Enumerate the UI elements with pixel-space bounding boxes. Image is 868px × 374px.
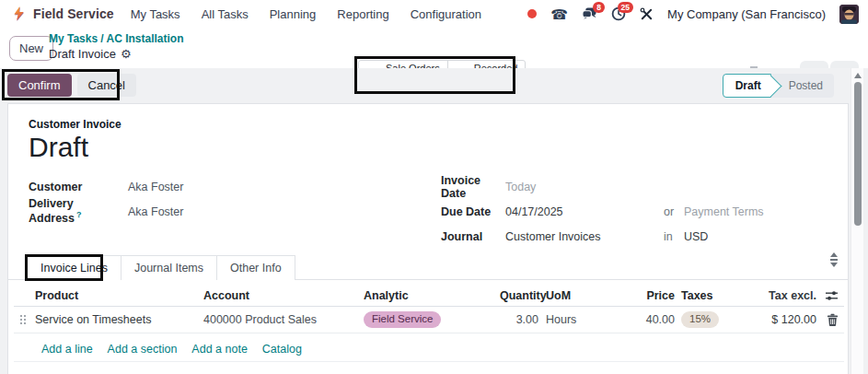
delete-row-trash-icon[interactable] (816, 313, 840, 326)
due-date-input[interactable]: 04/17/2025 (505, 205, 664, 218)
currency-input[interactable]: USD (684, 230, 708, 243)
invoice-date-label: Invoice Date (441, 174, 505, 200)
activities-badge: 25 (618, 2, 633, 13)
optional-columns-icon[interactable] (816, 289, 840, 302)
activities-clock-icon[interactable]: 25 (611, 6, 626, 21)
voip-phone-icon[interactable]: ☎ (550, 7, 568, 21)
journal-input[interactable]: Customer Invoices (505, 230, 664, 243)
recording-dot-icon (527, 9, 537, 18)
header-uom[interactable]: UoM (538, 289, 599, 302)
vertical-scrollbar[interactable] (851, 68, 863, 374)
tab-other-info[interactable]: Other Info (217, 255, 295, 280)
pane-resize-control[interactable] (829, 252, 839, 267)
company-switcher[interactable]: My Company (San Francisco) (667, 7, 826, 21)
tab-invoice-lines[interactable]: Invoice Lines (27, 255, 122, 280)
main-menu: My Tasks All Tasks Planning Reporting Co… (131, 7, 481, 21)
cell-price[interactable]: 40.00 (599, 313, 675, 326)
invoice-date-input[interactable]: Today (505, 181, 664, 193)
menu-configuration[interactable]: Configuration (411, 7, 481, 21)
invoice-date-field-row: Invoice Date Today (441, 174, 837, 199)
top-navbar: Field Service My Tasks All Tasks Plannin… (0, 0, 868, 28)
notebook-tabs: Invoice Lines Journal Items Other Info (27, 255, 295, 280)
app-name: Field Service (33, 6, 114, 21)
form-left-column: Customer Aka Foster Delivery Address? Ak… (29, 174, 415, 224)
header-taxes[interactable]: Taxes (675, 289, 746, 302)
cell-subtotal: $ 120.00 (746, 313, 816, 326)
navbar-right: ☎ 8 25 My Company (San Fra (527, 5, 859, 24)
status-draft[interactable]: Draft (723, 74, 771, 98)
header-price[interactable]: Price (599, 289, 675, 302)
table-footer-links: Add a line Add a section Add a note Cata… (41, 336, 833, 361)
app-brand[interactable]: Field Service (11, 6, 114, 22)
add-a-line-link[interactable]: Add a line (41, 343, 93, 356)
catalog-link[interactable]: Catalog (262, 343, 302, 356)
or-text: or (664, 205, 684, 218)
due-date-label: Due Date (441, 205, 505, 218)
menu-planning[interactable]: Planning (270, 7, 317, 21)
menu-reporting[interactable]: Reporting (337, 7, 388, 21)
control-panel: New My Tasks/AC Installation Draft Invoi… (0, 28, 868, 68)
resize-down-icon (830, 263, 838, 267)
header-quantity[interactable]: Quantity (500, 289, 538, 302)
header-account[interactable]: Account (203, 289, 364, 302)
add-a-note-link[interactable]: Add a note (191, 343, 247, 356)
menu-my-tasks[interactable]: My Tasks (131, 7, 180, 21)
header-analytic[interactable]: Analytic (364, 289, 500, 302)
drag-handle-icon[interactable] (14, 314, 32, 325)
cell-uom[interactable]: Hours (538, 313, 599, 326)
cancel-button[interactable]: Cancel (77, 74, 136, 97)
delivery-address-value[interactable]: Aka Foster (128, 205, 183, 218)
customer-value[interactable]: Aka Foster (128, 181, 183, 193)
delivery-address-label: Delivery Address? (29, 197, 128, 225)
new-button[interactable]: New (9, 36, 53, 61)
cell-account[interactable]: 400000 Product Sales (203, 313, 364, 326)
invoice-form-sheet: Customer Invoice Draft Customer Aka Fost… (7, 103, 849, 374)
header-product[interactable]: Product (32, 289, 203, 302)
field-service-bolt-icon (11, 6, 27, 22)
breadcrumb-current: Draft Invoice (49, 46, 116, 63)
messages-badge: 8 (593, 2, 605, 13)
invoice-line-row[interactable]: Service on Timesheets 400000 Product Sal… (14, 307, 844, 333)
invoice-lines-table: Product Account Analytic Quantity UoM Pr… (14, 285, 844, 333)
invoice-state-title: Draft (29, 132, 88, 163)
add-a-section-link[interactable]: Add a section (108, 343, 178, 356)
journal-field-row: Journal Customer Invoices in USD (441, 224, 837, 249)
tax-tag[interactable]: 15% (681, 311, 719, 329)
tools-icon[interactable] (640, 7, 654, 21)
breadcrumb: My Tasks/AC Installation Draft Invoice ⚙ (49, 31, 184, 63)
analytic-tag[interactable]: Field Service (364, 311, 441, 329)
breadcrumb-my-tasks[interactable]: My Tasks (49, 32, 98, 45)
breadcrumb-task[interactable]: AC Installation (106, 32, 183, 45)
messages-icon[interactable]: 8 (582, 6, 597, 21)
links-divider (14, 361, 844, 362)
journal-label: Journal (441, 230, 505, 243)
resize-up-icon (830, 252, 838, 257)
tab-journal-items[interactable]: Journal Items (122, 255, 217, 280)
help-question-icon[interactable]: ? (76, 210, 82, 219)
customer-field-row: Customer Aka Foster (29, 174, 415, 199)
form-right-column: Invoice Date Today Due Date 04/17/2025 o… (441, 174, 837, 249)
document-type-label: Customer Invoice (29, 118, 122, 131)
due-date-field-row: Due Date 04/17/2025 or Payment Terms (441, 199, 837, 224)
action-buttons: Confirm Cancel (7, 74, 136, 97)
in-text: in (664, 230, 684, 243)
table-header-row: Product Account Analytic Quantity UoM Pr… (14, 285, 844, 307)
menu-all-tasks[interactable]: All Tasks (202, 7, 249, 21)
header-tax-excl[interactable]: Tax excl. (746, 289, 816, 302)
delivery-address-field-row: Delivery Address? Aka Foster (29, 199, 415, 224)
scrollbar-thumb[interactable] (854, 82, 862, 226)
payment-terms-input[interactable]: Payment Terms (684, 205, 764, 218)
action-gear-icon[interactable]: ⚙ (121, 46, 132, 63)
confirm-button[interactable]: Confirm (7, 74, 72, 97)
user-avatar[interactable] (839, 5, 859, 24)
status-bar: Draft Posted (723, 74, 834, 98)
scroll-up-arrow-icon[interactable] (854, 73, 862, 78)
cell-quantity[interactable]: 3.00 (500, 313, 538, 326)
customer-label: Customer (29, 181, 128, 193)
cell-product[interactable]: Service on Timesheets (32, 313, 203, 326)
